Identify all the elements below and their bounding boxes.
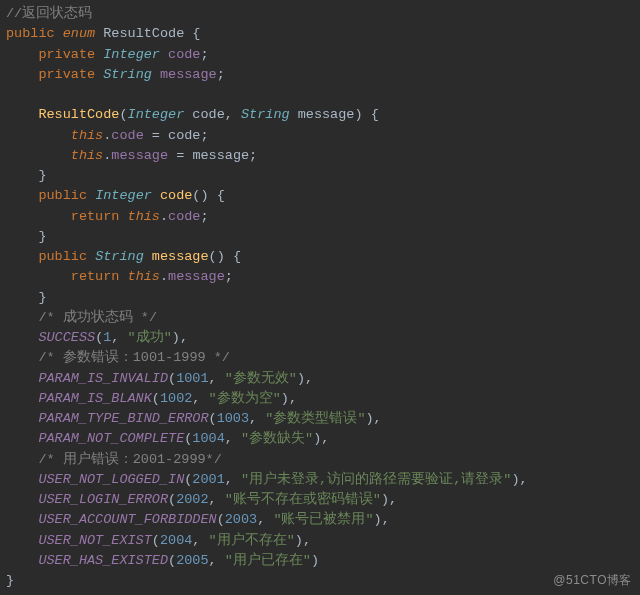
comma: ,	[374, 411, 382, 426]
num: 2005	[176, 553, 208, 568]
paren: )	[381, 492, 389, 507]
paren: )	[217, 249, 225, 264]
paren: (	[209, 411, 217, 426]
brace: {	[217, 188, 225, 203]
semi: ;	[217, 67, 225, 82]
comment-param: /* 参数错误：1001-1999 */	[38, 350, 230, 365]
str: "成功"	[128, 330, 172, 345]
str: "参数缺失"	[241, 431, 313, 446]
kw-enum: enum	[63, 26, 95, 41]
field-message: message	[168, 269, 225, 284]
paren: )	[295, 533, 303, 548]
kw-public: public	[38, 249, 87, 264]
watermark-text: @51CTO博客	[553, 571, 632, 589]
paren: (	[119, 107, 127, 122]
enum-user-nli: USER_NOT_LOGGED_IN	[38, 472, 184, 487]
comma: ,	[305, 371, 313, 386]
paren: )	[311, 553, 319, 568]
str: "用户未登录,访问的路径需要验证,请登录"	[241, 472, 511, 487]
field-code: code	[111, 128, 143, 143]
comment-success: /* 成功状态码 */	[38, 310, 157, 325]
type-integer: Integer	[103, 47, 160, 62]
num: 1003	[217, 411, 249, 426]
num: 2004	[160, 533, 192, 548]
str: "用户不存在"	[209, 533, 295, 548]
paren: )	[365, 411, 373, 426]
comma: ,	[180, 330, 188, 345]
paren: (	[168, 492, 176, 507]
class-name: ResultCode	[103, 26, 184, 41]
comma: ,	[249, 411, 257, 426]
paren: (	[168, 553, 176, 568]
kw-public: public	[38, 188, 87, 203]
type-string: String	[103, 67, 152, 82]
paren: (	[209, 249, 217, 264]
kw-this: this	[71, 148, 103, 163]
num: 1002	[160, 391, 192, 406]
num: 2001	[192, 472, 224, 487]
paren: )	[172, 330, 180, 345]
field-message: message	[111, 148, 168, 163]
semi: ;	[200, 128, 208, 143]
comma: ,	[209, 371, 217, 386]
comment-header: //返回状态码	[6, 6, 92, 21]
brace: {	[192, 26, 200, 41]
comma: ,	[382, 512, 390, 527]
brace: }	[6, 573, 14, 588]
kw-this: this	[128, 269, 160, 284]
field-code: code	[168, 47, 200, 62]
paren: )	[200, 188, 208, 203]
str: "参数无效"	[225, 371, 297, 386]
param-message: message	[298, 107, 355, 122]
paren: (	[152, 391, 160, 406]
paren: )	[281, 391, 289, 406]
comma: ,	[225, 472, 233, 487]
comma: ,	[209, 492, 217, 507]
enum-param-nc: PARAM_NOT_COMPLETE	[38, 431, 184, 446]
field-code: code	[168, 209, 200, 224]
comma: ,	[289, 391, 297, 406]
comma: ,	[209, 553, 217, 568]
eq: =	[176, 148, 184, 163]
brace: {	[371, 107, 379, 122]
str: "用户已存在"	[225, 553, 311, 568]
comma: ,	[192, 391, 200, 406]
param-code: code	[168, 128, 200, 143]
type-string: String	[95, 249, 144, 264]
num: 1004	[192, 431, 224, 446]
kw-return: return	[71, 269, 120, 284]
enum-user-af: USER_ACCOUNT_FORBIDDEN	[38, 512, 216, 527]
comma: ,	[257, 512, 265, 527]
dot: .	[160, 269, 168, 284]
brace: }	[38, 229, 46, 244]
param-message: message	[192, 148, 249, 163]
kw-this: this	[128, 209, 160, 224]
field-message: message	[160, 67, 217, 82]
kw-this: this	[71, 128, 103, 143]
paren: )	[374, 512, 382, 527]
type-string: String	[241, 107, 290, 122]
method-code: code	[160, 188, 192, 203]
enum-success: SUCCESS	[38, 330, 95, 345]
comment-user: /* 用户错误：2001-2999*/	[38, 452, 221, 467]
paren: (	[168, 371, 176, 386]
eq: =	[152, 128, 160, 143]
kw-private: private	[38, 47, 95, 62]
ctor-name: ResultCode	[38, 107, 119, 122]
semi: ;	[225, 269, 233, 284]
brace: }	[38, 168, 46, 183]
semi: ;	[200, 209, 208, 224]
enum-user-ne: USER_NOT_EXIST	[38, 533, 151, 548]
type-integer: Integer	[128, 107, 185, 122]
num: 2003	[225, 512, 257, 527]
paren: )	[354, 107, 362, 122]
comma: ,	[519, 472, 527, 487]
str: "参数类型错误"	[265, 411, 365, 426]
str: "账号不存在或密码错误"	[225, 492, 381, 507]
comma: ,	[111, 330, 119, 345]
comma: ,	[321, 431, 329, 446]
paren: (	[152, 533, 160, 548]
kw-return: return	[71, 209, 120, 224]
kw-public: public	[6, 26, 55, 41]
num: 1001	[176, 371, 208, 386]
